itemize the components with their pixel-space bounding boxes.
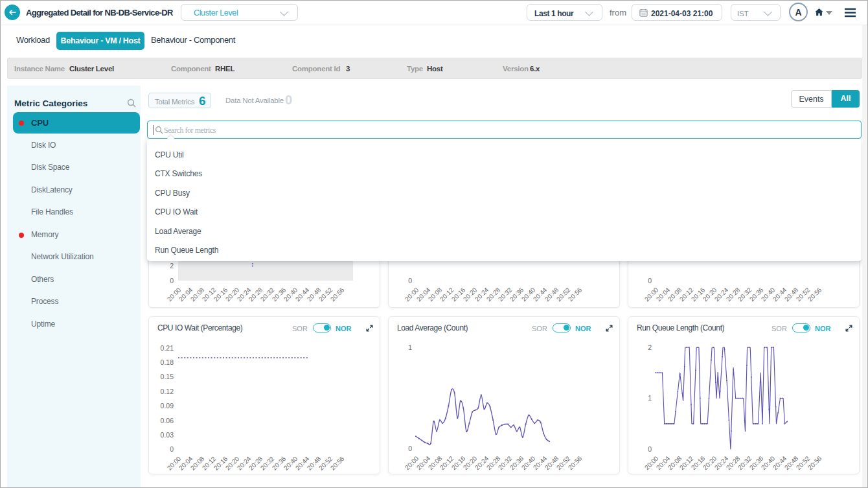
svg-text:0: 0 <box>408 277 412 285</box>
svg-text:20:56: 20:56 <box>329 455 346 472</box>
svg-text:0: 0 <box>648 277 652 285</box>
svg-text:0.18: 0.18 <box>161 358 174 366</box>
svg-text:20:56: 20:56 <box>567 454 584 471</box>
svg-text:20:56: 20:56 <box>806 286 823 303</box>
svg-text:0.03: 0.03 <box>161 431 174 439</box>
svg-text:0.06: 0.06 <box>161 417 174 424</box>
svg-text:20:56: 20:56 <box>329 286 346 303</box>
svg-text:20:56: 20:56 <box>567 286 584 303</box>
svg-text:0.15: 0.15 <box>161 373 174 380</box>
svg-text:20:56: 20:56 <box>806 454 823 471</box>
svg-text:0.09: 0.09 <box>161 402 174 410</box>
svg-text:0: 0 <box>170 277 174 285</box>
svg-text:0: 0 <box>170 445 174 453</box>
svg-text:0: 0 <box>408 445 412 452</box>
svg-text:2: 2 <box>648 343 652 351</box>
svg-text:0.21: 0.21 <box>161 344 174 352</box>
svg-text:1: 1 <box>648 394 652 402</box>
svg-text:0.12: 0.12 <box>161 388 174 395</box>
svg-text:1: 1 <box>408 343 412 351</box>
svg-text:0: 0 <box>648 445 652 453</box>
svg-text:2: 2 <box>170 262 174 270</box>
